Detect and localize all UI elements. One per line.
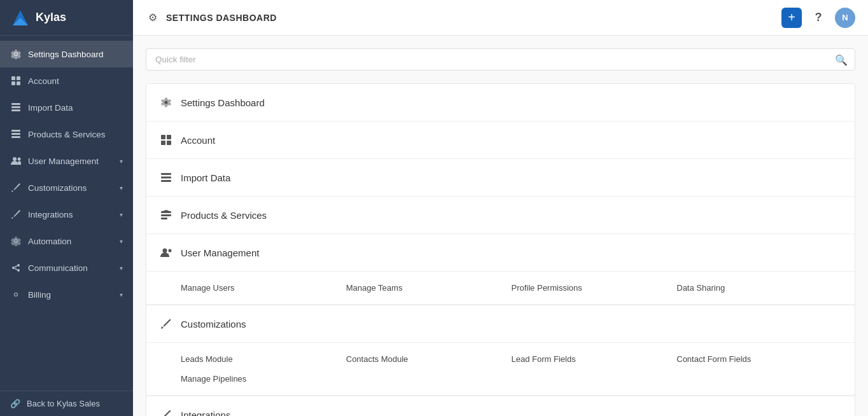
- section-settings-dashboard-header[interactable]: Settings Dashboard: [146, 84, 855, 121]
- svg-rect-6: [11, 103, 20, 105]
- svg-line-17: [15, 266, 17, 267]
- section-account-header[interactable]: Account: [146, 121, 855, 158]
- svg-line-18: [15, 268, 17, 270]
- section-customizations-title: Customizations: [181, 319, 246, 329]
- settings-sections: Settings Dashboard Account Imp: [146, 83, 855, 416]
- automation-icon: [10, 235, 22, 247]
- filter-box: 🔍: [146, 48, 855, 71]
- section-customizations-links: Leads Module Contacts Module Lead Form F…: [181, 352, 842, 386]
- link-manage-users[interactable]: Manage Users: [181, 281, 346, 295]
- help-button[interactable]: ?: [809, 9, 827, 27]
- section-user-management-header[interactable]: User Management: [146, 234, 855, 272]
- sidebar-item-billing[interactable]: Billing ▾: [0, 281, 133, 308]
- svg-point-31: [169, 249, 172, 253]
- svg-point-12: [13, 157, 17, 161]
- svg-rect-9: [11, 130, 20, 132]
- link-manage-teams[interactable]: Manage Teams: [346, 281, 512, 295]
- link-leads-module[interactable]: Leads Module: [181, 352, 346, 366]
- quick-filter-input[interactable]: [146, 48, 855, 71]
- svg-rect-25: [161, 177, 171, 179]
- svg-rect-21: [167, 135, 171, 139]
- topbar-gear-icon: ⚙: [146, 11, 160, 25]
- section-products-services-header[interactable]: Products & Services: [146, 197, 855, 233]
- sidebar-item-communication[interactable]: Communication ▾: [0, 254, 133, 281]
- sidebar-item-label: User Management: [28, 156, 99, 166]
- sidebar-item-label: Settings Dashboard: [28, 50, 104, 59]
- chevron-icon: ▾: [120, 184, 123, 191]
- sidebar-item-settings-dashboard[interactable]: Settings Dashboard: [0, 41, 133, 67]
- back-icon: 🔗: [10, 399, 20, 408]
- sidebar-item-customizations[interactable]: Customizations ▾: [0, 174, 133, 201]
- topbar-right: + ? N: [781, 8, 855, 28]
- link-data-sharing[interactable]: Data Sharing: [676, 281, 842, 295]
- search-icon: 🔍: [835, 53, 848, 66]
- section-import-data-title: Import Data: [181, 172, 230, 183]
- chevron-icon: ▾: [120, 238, 123, 245]
- section-settings-dashboard: Settings Dashboard: [146, 84, 855, 121]
- section-user-management: User Management Manage Users Manage Team…: [146, 234, 855, 305]
- back-label: Back to Kylas Sales: [27, 399, 100, 408]
- section-customizations-body: Leads Module Contacts Module Lead Form F…: [146, 343, 855, 396]
- svg-rect-26: [161, 180, 171, 182]
- content-area: 🔍 Settings Dashboard Account: [133, 36, 868, 416]
- integrations-icon: [10, 209, 22, 220]
- section-integrations-header[interactable]: Integrations: [146, 396, 855, 416]
- import-data-icon: [10, 102, 22, 113]
- chevron-icon: ▾: [120, 265, 123, 272]
- section-import-data-header[interactable]: Import Data: [146, 159, 855, 196]
- link-contact-form-fields[interactable]: Contact Form Fields: [676, 352, 842, 366]
- billing-icon: [10, 289, 22, 300]
- section-customizations: Customizations Leads Module Contacts Mod…: [146, 305, 855, 396]
- sidebar-item-label: Products & Services: [28, 130, 106, 139]
- link-contacts-module[interactable]: Contacts Module: [346, 352, 512, 366]
- section-customizations-header[interactable]: Customizations: [146, 305, 855, 343]
- app-logo[interactable]: Kylas: [0, 0, 133, 36]
- topbar: ⚙ SETTINGS DASHBOARD + ? N: [133, 0, 868, 36]
- svg-point-15: [17, 264, 20, 267]
- sidebar-item-label: Billing: [28, 290, 51, 300]
- import-data-section-icon: [159, 170, 173, 184]
- back-to-kylas-sales[interactable]: 🔗 Back to Kylas Sales: [10, 399, 123, 408]
- main-content: ⚙ SETTINGS DASHBOARD + ? N 🔍 Settings Da…: [133, 0, 868, 416]
- sidebar-item-label: Import Data: [28, 103, 73, 113]
- section-products-services: Products & Services: [146, 197, 855, 234]
- sidebar-item-label: Automation: [28, 237, 71, 246]
- sidebar-item-label: Account: [28, 76, 59, 86]
- app-name: Kylas: [36, 11, 66, 24]
- add-button[interactable]: +: [781, 8, 802, 28]
- account-section-icon: [159, 133, 173, 147]
- sidebar-item-import-data[interactable]: Import Data: [0, 94, 133, 121]
- svg-rect-22: [161, 141, 165, 145]
- communication-icon: [10, 262, 22, 274]
- user-management-icon: [10, 155, 22, 167]
- kylas-logo-icon: [10, 8, 31, 28]
- svg-rect-4: [11, 81, 15, 85]
- section-integrations: Integrations: [146, 396, 855, 416]
- avatar[interactable]: N: [835, 8, 855, 28]
- sidebar-item-user-management[interactable]: User Management ▾: [0, 148, 133, 174]
- svg-rect-28: [161, 214, 171, 216]
- sidebar: Kylas Settings Dashboard Account Import …: [0, 0, 133, 416]
- customizations-section-icon: [159, 317, 173, 331]
- link-lead-form-fields[interactable]: Lead Form Fields: [512, 352, 677, 366]
- section-user-management-links: Manage Users Manage Teams Profile Permis…: [181, 281, 842, 295]
- svg-rect-23: [167, 141, 171, 145]
- sidebar-item-account[interactable]: Account: [0, 67, 133, 94]
- svg-rect-11: [11, 136, 20, 138]
- topbar-left: ⚙ SETTINGS DASHBOARD: [146, 11, 277, 25]
- sidebar-footer: 🔗 Back to Kylas Sales: [0, 391, 133, 416]
- sidebar-item-integrations[interactable]: Integrations ▾: [0, 201, 133, 228]
- svg-point-14: [12, 267, 15, 269]
- link-profile-permissions[interactable]: Profile Permissions: [512, 281, 677, 295]
- products-services-icon: [10, 128, 22, 140]
- chevron-icon: ▾: [120, 158, 123, 165]
- svg-point-13: [18, 158, 21, 161]
- svg-rect-7: [11, 106, 20, 108]
- svg-point-30: [163, 249, 167, 253]
- sidebar-item-automation[interactable]: Automation ▾: [0, 228, 133, 254]
- sidebar-item-label: Customizations: [28, 183, 87, 193]
- link-manage-pipelines[interactable]: Manage Pipelines: [181, 371, 346, 386]
- sidebar-nav: Settings Dashboard Account Import Data P…: [0, 36, 133, 391]
- section-products-services-title: Products & Services: [181, 210, 267, 221]
- sidebar-item-products-services[interactable]: Products & Services: [0, 121, 133, 148]
